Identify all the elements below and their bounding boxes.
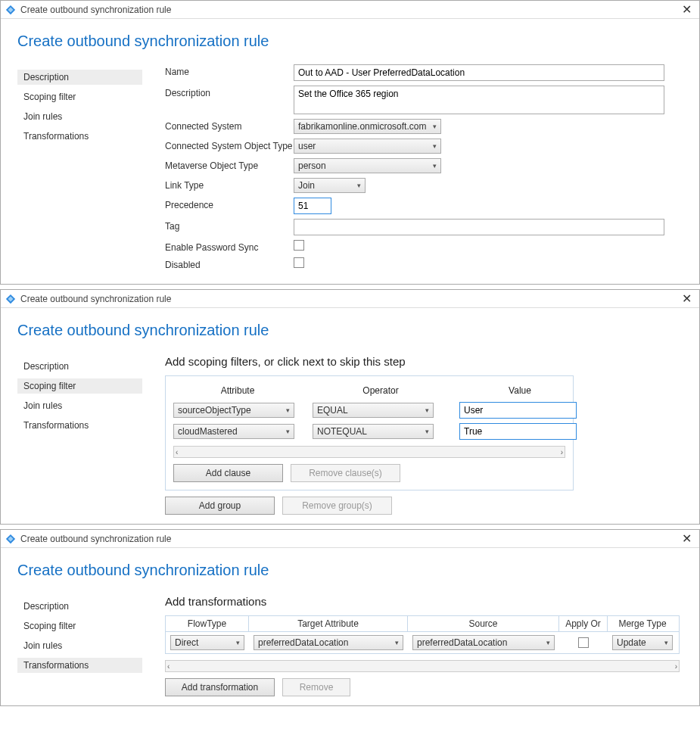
nav-description[interactable]: Description — [17, 599, 142, 614]
nav-transform[interactable]: Transformations — [17, 418, 142, 433]
nav-scoping[interactable]: Scoping filter — [17, 89, 142, 104]
remove-clause-button[interactable]: Remove clause(s) — [291, 464, 400, 482]
add-clause-button[interactable]: Add clause — [173, 464, 283, 482]
select-attr-1-value: cloudMastered — [178, 426, 238, 437]
chevron-down-icon: ▾ — [286, 406, 290, 414]
nav-transform[interactable]: Transformations — [17, 129, 142, 144]
select-connsys-value: fabrikamonline.onmicrosoft.com — [298, 121, 426, 132]
nav-join[interactable]: Join rules — [17, 398, 142, 413]
chevron-down-icon: ▾ — [395, 639, 399, 646]
label-pwsync: Enable Password Sync — [165, 240, 294, 253]
nav-scoping[interactable]: Scoping filter — [17, 618, 142, 634]
page-title: Create outbound synchronization rule — [17, 322, 165, 339]
remove-transformation-button[interactable]: Remove — [282, 678, 350, 696]
select-op-1[interactable]: NOTEQUAL▾ — [313, 424, 434, 439]
select-mvobj-value: person — [298, 160, 326, 171]
input-val-1[interactable] — [459, 423, 577, 440]
titlebar: Create outbound synchronization rule ✕ — [1, 530, 699, 548]
close-icon[interactable]: ✕ — [679, 5, 695, 15]
nav-transform[interactable]: Transformations — [17, 658, 142, 673]
select-attr-1[interactable]: cloudMastered▾ — [173, 424, 294, 439]
select-linktype[interactable]: Join▾ — [294, 178, 366, 193]
select-flow[interactable]: Direct▾ — [170, 635, 244, 650]
panel-description: Create outbound synchronization rule ✕ C… — [0, 0, 700, 285]
app-icon — [5, 5, 16, 15]
input-tag[interactable] — [294, 219, 664, 235]
chevron-down-icon: ▾ — [286, 428, 290, 435]
add-transformation-button[interactable]: Add transformation — [165, 678, 275, 696]
chevron-down-icon: ▾ — [357, 182, 361, 189]
input-description[interactable] — [294, 86, 664, 114]
close-icon[interactable]: ✕ — [679, 534, 695, 544]
chevron-down-icon: ▾ — [433, 142, 437, 150]
col-source: Source — [408, 616, 559, 631]
transform-header: FlowType Target Attribute Source Apply O… — [165, 615, 680, 631]
label-disabled: Disabled — [165, 257, 294, 270]
chevron-left-icon: ‹ — [167, 662, 170, 671]
remove-group-button[interactable]: Remove group(s) — [282, 497, 392, 515]
label-tag: Tag — [165, 219, 294, 232]
window-title: Create outbound synchronization rule — [20, 534, 679, 544]
label-connsys: Connected System — [165, 119, 294, 132]
scrollbar[interactable]: ‹› — [173, 446, 565, 458]
input-name[interactable] — [294, 64, 664, 81]
chevron-down-icon: ▾ — [546, 639, 550, 646]
panel-transformations: Create outbound synchronization rule ✕ C… — [0, 529, 700, 706]
col-flow: FlowType — [166, 616, 249, 631]
transform-title: Add transformations — [165, 595, 683, 608]
select-linktype-value: Join — [298, 180, 315, 191]
window-title: Create outbound synchronization rule — [20, 294, 679, 304]
checkbox-applyonce[interactable] — [578, 637, 589, 648]
chevron-right-icon: › — [561, 448, 563, 456]
select-connsysobj[interactable]: user▾ — [294, 139, 441, 154]
label-mvobj: Metaverse Object Type — [165, 158, 294, 171]
scoping-title: Add scoping filters, or click next to sk… — [165, 355, 683, 368]
label-linktype: Link Type — [165, 178, 294, 191]
nav-join[interactable]: Join rules — [17, 109, 142, 124]
transform-row: Direct▾ preferredDataLocation▾ preferred… — [165, 631, 680, 654]
chevron-down-icon: ▾ — [433, 123, 437, 130]
select-connsysobj-value: user — [298, 141, 316, 151]
page-title: Create outbound synchronization rule — [17, 33, 165, 50]
select-target[interactable]: preferredDataLocation▾ — [254, 635, 403, 650]
select-merge-value: Update — [617, 637, 646, 648]
panel-scoping: Create outbound synchronization rule ✕ C… — [0, 289, 700, 525]
chevron-down-icon: ▾ — [425, 406, 429, 414]
input-precedence[interactable] — [294, 198, 331, 214]
label-precedence: Precedence — [165, 198, 294, 210]
add-group-button[interactable]: Add group — [165, 497, 275, 515]
chevron-down-icon: ▾ — [664, 639, 668, 646]
label-description: Description — [165, 86, 294, 98]
col-op: Operator — [313, 384, 449, 397]
page-title: Create outbound synchronization rule — [17, 562, 165, 579]
nav-description[interactable]: Description — [17, 70, 142, 85]
select-source[interactable]: preferredDataLocation▾ — [412, 635, 555, 650]
chevron-down-icon: ▾ — [425, 428, 429, 435]
select-source-value: preferredDataLocation — [417, 637, 507, 648]
titlebar: Create outbound synchronization rule ✕ — [1, 290, 699, 308]
select-mvobj[interactable]: person▾ — [294, 158, 441, 173]
select-attr-0[interactable]: sourceObjectType▾ — [173, 403, 294, 418]
checkbox-pwsync[interactable] — [294, 240, 304, 251]
input-val-0[interactable] — [459, 402, 577, 419]
col-val: Value — [459, 384, 580, 397]
scrollbar[interactable]: ‹› — [165, 660, 680, 672]
nav-join[interactable]: Join rules — [17, 638, 142, 653]
select-op-1-value: NOTEQUAL — [317, 426, 367, 437]
col-merge: Merge Type — [608, 616, 677, 631]
select-flow-value: Direct — [175, 637, 198, 648]
col-target: Target Attribute — [249, 616, 408, 631]
col-attr: Attribute — [173, 384, 302, 397]
select-merge[interactable]: Update▾ — [612, 635, 673, 650]
nav-description[interactable]: Description — [17, 359, 142, 374]
select-op-0[interactable]: EQUAL▾ — [313, 403, 434, 418]
scoping-box: Attribute Operator Value sourceObjectTyp… — [165, 375, 574, 490]
select-connsys[interactable]: fabrikamonline.onmicrosoft.com▾ — [294, 119, 441, 134]
chevron-down-icon: ▾ — [433, 162, 437, 170]
app-icon — [5, 534, 16, 544]
close-icon[interactable]: ✕ — [679, 294, 695, 304]
chevron-left-icon: ‹ — [176, 448, 178, 456]
nav-scoping[interactable]: Scoping filter — [17, 378, 142, 394]
checkbox-disabled[interactable] — [294, 257, 304, 268]
select-op-0-value: EQUAL — [317, 405, 348, 416]
